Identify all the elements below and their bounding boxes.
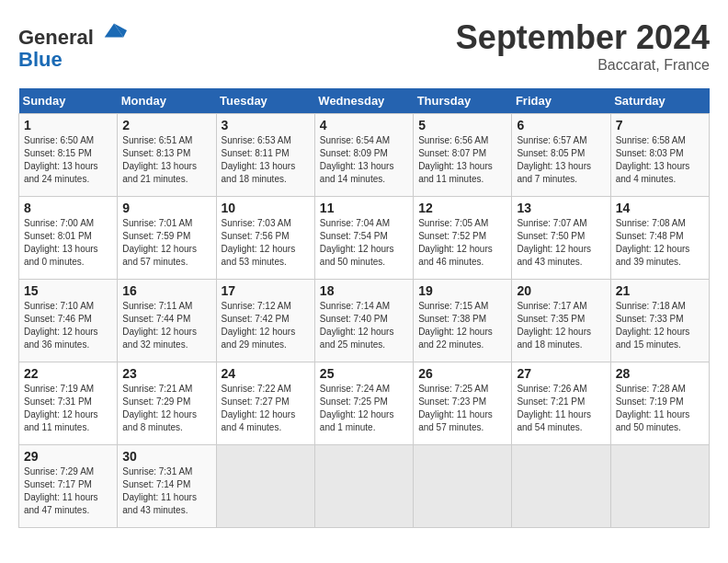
day-24-tue: 24 Sunrise: 7:22 AM Sunset: 7:27 PM Dayl…	[216, 362, 314, 445]
day-number: 1	[24, 118, 112, 132]
day-11-wed: 11 Sunrise: 7:04 AM Sunset: 7:54 PM Dayl…	[314, 197, 413, 280]
day-info: Sunrise: 7:25 AM Sunset: 7:23 PM Dayligh…	[418, 383, 506, 434]
day-number: 20	[517, 283, 605, 298]
day-number: 12	[418, 201, 506, 215]
day-number: 7	[616, 118, 704, 132]
day-number: 4	[320, 118, 408, 132]
day-25-wed: 25 Sunrise: 7:24 AM Sunset: 7:25 PM Dayl…	[314, 362, 413, 445]
day-20-fri: 20 Sunrise: 7:17 AM Sunset: 7:35 PM Dayl…	[512, 280, 610, 362]
day-number: 15	[24, 283, 112, 298]
day-number: 24	[222, 366, 310, 381]
page-header: General Blue September 2024 Baccarat, Fr…	[18, 18, 710, 74]
day-number: 8	[24, 201, 112, 215]
day-29-sun: 29 Sunrise: 7:29 AM Sunset: 7:17 PM Dayl…	[19, 445, 118, 528]
day-info: Sunrise: 7:05 AM Sunset: 7:52 PM Dayligh…	[418, 217, 506, 269]
day-number: 14	[616, 201, 704, 215]
day-info: Sunrise: 7:08 AM Sunset: 7:48 PM Dayligh…	[616, 217, 704, 269]
day-info: Sunrise: 7:18 AM Sunset: 7:33 PM Dayligh…	[616, 300, 704, 351]
empty-cell	[414, 445, 512, 528]
day-number: 10	[222, 201, 310, 215]
day-17-tue: 17 Sunrise: 7:12 AM Sunset: 7:42 PM Dayl…	[216, 280, 314, 362]
day-info: Sunrise: 6:54 AM Sunset: 8:09 PM Dayligh…	[320, 134, 408, 186]
day-number: 5	[418, 118, 506, 132]
day-number: 21	[616, 283, 704, 298]
day-22-sun: 22 Sunrise: 7:19 AM Sunset: 7:31 PM Dayl…	[19, 362, 118, 445]
empty-cell	[512, 445, 610, 528]
day-number: 29	[24, 449, 112, 464]
day-info: Sunrise: 7:31 AM Sunset: 7:14 PM Dayligh…	[122, 465, 210, 517]
day-13-fri: 13 Sunrise: 7:07 AM Sunset: 7:50 PM Dayl…	[512, 197, 610, 280]
day-info: Sunrise: 7:00 AM Sunset: 8:01 PM Dayligh…	[24, 217, 112, 269]
day-number: 6	[517, 118, 605, 132]
col-thursday: Thursday	[414, 88, 512, 114]
col-friday: Friday	[512, 88, 610, 114]
day-5-thu: 5 Sunrise: 6:56 AM Sunset: 8:07 PM Dayli…	[414, 114, 512, 197]
table-row: 8 Sunrise: 7:00 AM Sunset: 8:01 PM Dayli…	[19, 197, 710, 280]
day-23-mon: 23 Sunrise: 7:21 AM Sunset: 7:29 PM Dayl…	[118, 362, 216, 445]
day-info: Sunrise: 7:14 AM Sunset: 7:40 PM Dayligh…	[320, 300, 408, 351]
day-26-thu: 26 Sunrise: 7:25 AM Sunset: 7:23 PM Dayl…	[414, 362, 512, 445]
day-info: Sunrise: 7:03 AM Sunset: 7:56 PM Dayligh…	[222, 217, 310, 269]
empty-cell	[610, 445, 709, 528]
logo-general-text: General	[18, 26, 94, 49]
day-info: Sunrise: 7:28 AM Sunset: 7:19 PM Dayligh…	[616, 383, 704, 434]
day-number: 13	[517, 201, 605, 215]
day-info: Sunrise: 6:56 AM Sunset: 8:07 PM Dayligh…	[418, 134, 506, 186]
day-info: Sunrise: 7:22 AM Sunset: 7:27 PM Dayligh…	[222, 383, 310, 434]
logo-blue-text: Blue	[18, 48, 63, 71]
day-number: 3	[222, 118, 310, 132]
day-7-sat: 7 Sunrise: 6:58 AM Sunset: 8:03 PM Dayli…	[610, 114, 709, 197]
day-info: Sunrise: 7:04 AM Sunset: 7:54 PM Dayligh…	[320, 217, 408, 269]
day-info: Sunrise: 7:21 AM Sunset: 7:29 PM Dayligh…	[122, 383, 210, 434]
day-number: 25	[320, 366, 408, 381]
day-number: 17	[222, 283, 310, 298]
day-number: 26	[418, 366, 506, 381]
location: Baccarat, France	[456, 57, 710, 74]
day-info: Sunrise: 7:10 AM Sunset: 7:46 PM Dayligh…	[24, 300, 112, 351]
day-info: Sunrise: 7:01 AM Sunset: 7:59 PM Dayligh…	[122, 217, 210, 269]
table-row: 1 Sunrise: 6:50 AM Sunset: 8:15 PM Dayli…	[19, 114, 710, 197]
day-28-sat: 28 Sunrise: 7:28 AM Sunset: 7:19 PM Dayl…	[610, 362, 709, 445]
day-info: Sunrise: 7:17 AM Sunset: 7:35 PM Dayligh…	[517, 300, 605, 351]
day-number: 9	[122, 201, 210, 215]
day-info: Sunrise: 6:51 AM Sunset: 8:13 PM Dayligh…	[122, 134, 210, 186]
logo: General Blue	[18, 18, 127, 71]
day-number: 23	[122, 366, 210, 381]
title-block: September 2024 Baccarat, France	[456, 18, 710, 74]
day-info: Sunrise: 7:29 AM Sunset: 7:17 PM Dayligh…	[24, 465, 112, 517]
day-12-thu: 12 Sunrise: 7:05 AM Sunset: 7:52 PM Dayl…	[414, 197, 512, 280]
day-27-fri: 27 Sunrise: 7:26 AM Sunset: 7:21 PM Dayl…	[512, 362, 610, 445]
day-info: Sunrise: 7:26 AM Sunset: 7:21 PM Dayligh…	[517, 383, 605, 434]
day-18-wed: 18 Sunrise: 7:14 AM Sunset: 7:40 PM Dayl…	[314, 280, 413, 362]
day-4-wed: 4 Sunrise: 6:54 AM Sunset: 8:09 PM Dayli…	[314, 114, 413, 197]
day-16-mon: 16 Sunrise: 7:11 AM Sunset: 7:44 PM Dayl…	[118, 280, 216, 362]
col-monday: Monday	[118, 88, 216, 114]
day-number: 11	[320, 201, 408, 215]
col-wednesday: Wednesday	[314, 88, 413, 114]
day-info: Sunrise: 6:57 AM Sunset: 8:05 PM Dayligh…	[517, 134, 605, 186]
day-6-fri: 6 Sunrise: 6:57 AM Sunset: 8:05 PM Dayli…	[512, 114, 610, 197]
day-number: 18	[320, 283, 408, 298]
day-info: Sunrise: 7:12 AM Sunset: 7:42 PM Dayligh…	[222, 300, 310, 351]
calendar-table: Sunday Monday Tuesday Wednesday Thursday…	[18, 88, 710, 528]
day-info: Sunrise: 7:15 AM Sunset: 7:38 PM Dayligh…	[418, 300, 506, 351]
day-3-tue: 3 Sunrise: 6:53 AM Sunset: 8:11 PM Dayli…	[216, 114, 314, 197]
table-row: 22 Sunrise: 7:19 AM Sunset: 7:31 PM Dayl…	[19, 362, 710, 445]
day-19-thu: 19 Sunrise: 7:15 AM Sunset: 7:38 PM Dayl…	[414, 280, 512, 362]
day-14-sat: 14 Sunrise: 7:08 AM Sunset: 7:48 PM Dayl…	[610, 197, 709, 280]
day-info: Sunrise: 7:19 AM Sunset: 7:31 PM Dayligh…	[24, 383, 112, 434]
month-title: September 2024	[456, 18, 710, 57]
day-number: 30	[122, 449, 210, 464]
day-10-tue: 10 Sunrise: 7:03 AM Sunset: 7:56 PM Dayl…	[216, 197, 314, 280]
day-8-sun: 8 Sunrise: 7:00 AM Sunset: 8:01 PM Dayli…	[19, 197, 118, 280]
day-info: Sunrise: 7:07 AM Sunset: 7:50 PM Dayligh…	[517, 217, 605, 269]
day-1-sun: 1 Sunrise: 6:50 AM Sunset: 8:15 PM Dayli…	[19, 114, 118, 197]
day-9-mon: 9 Sunrise: 7:01 AM Sunset: 7:59 PM Dayli…	[118, 197, 216, 280]
day-number: 22	[24, 366, 112, 381]
day-info: Sunrise: 7:11 AM Sunset: 7:44 PM Dayligh…	[122, 300, 210, 351]
day-number: 27	[517, 366, 605, 381]
day-number: 19	[418, 283, 506, 298]
logo-icon	[101, 18, 127, 44]
empty-cell	[216, 445, 314, 528]
day-15-sun: 15 Sunrise: 7:10 AM Sunset: 7:46 PM Dayl…	[19, 280, 118, 362]
